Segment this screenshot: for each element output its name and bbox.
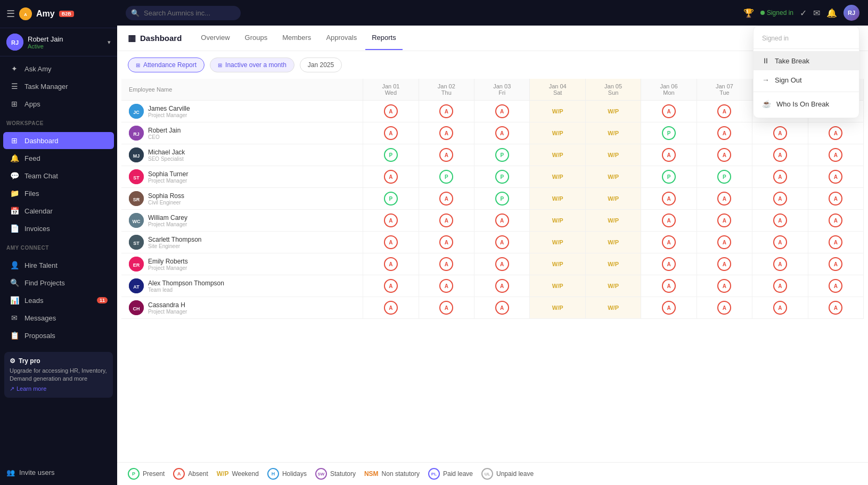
tab-members[interactable]: Members xyxy=(276,26,317,50)
search-wrapper: 🔍 xyxy=(126,6,737,20)
day-cell: A xyxy=(474,253,530,275)
hamburger-icon[interactable]: ☰ xyxy=(6,8,15,20)
sidebar-item-leads[interactable]: 📊 Leads 11 xyxy=(3,292,114,309)
day-cell: A xyxy=(474,275,530,297)
sidebar-invite[interactable]: 👥 Invite users xyxy=(0,464,117,481)
svg-text:RJ: RJ xyxy=(133,131,140,137)
employee-name-cell: SR Sophia Ross Civil Engineer xyxy=(121,188,363,210)
avatar: CH xyxy=(129,300,144,315)
status-absent: A xyxy=(773,279,787,293)
attendance-report-button[interactable]: ⊞ Attendance Report xyxy=(128,57,204,72)
status-absent: A xyxy=(384,279,398,293)
sidebar-item-feed[interactable]: 🔔 Feed xyxy=(3,150,114,167)
legend-wp-text: W/P xyxy=(217,470,229,478)
learn-more-link[interactable]: ↗ Learn more xyxy=(10,385,108,392)
workspace-section: ⊞ Dashboard 🔔 Feed 💬 Team Chat 📁 Files 📅… xyxy=(0,128,117,241)
amy-connect-section: 👤 Hire Talent 🔍 Find Projects 📊 Leads 11… xyxy=(0,253,117,348)
sidebar-item-hire-talent[interactable]: 👤 Hire Talent xyxy=(3,257,114,274)
legend-paid-leave: PL Paid leave xyxy=(428,468,473,480)
dashboard-icon: ▦ xyxy=(128,33,136,43)
svg-text:SR: SR xyxy=(133,197,140,202)
day-cell: A xyxy=(641,210,697,232)
status-absent: A xyxy=(773,126,787,140)
day-cell: A xyxy=(641,232,697,253)
day-cell: W/P xyxy=(530,253,585,275)
mail-icon[interactable]: ✉ xyxy=(813,8,820,18)
day-cell: W/P xyxy=(585,275,641,297)
status-absent: A xyxy=(773,235,787,249)
sidebar-item-find-projects[interactable]: 🔍 Find Projects xyxy=(3,274,114,291)
user-name: Robert Jain xyxy=(28,35,63,43)
status-absent: A xyxy=(717,126,731,140)
status-absent: A xyxy=(829,126,842,140)
files-icon: 📁 xyxy=(10,189,19,198)
col-jan05: Jan 05Sun xyxy=(585,79,641,101)
search-input[interactable] xyxy=(126,6,241,20)
svg-text:RJ: RJ xyxy=(11,39,19,46)
tab-reports[interactable]: Reports xyxy=(365,26,403,50)
dropdown-who-is-on-break[interactable]: ☕ Who Is On Break xyxy=(754,94,859,113)
day-cell: A xyxy=(808,188,863,210)
sidebar-brand: Amy xyxy=(36,9,55,19)
legend-non-statutory: NSM Non statutory xyxy=(364,470,420,478)
status-weekend: W/P xyxy=(608,152,619,158)
dropdown-header: Signed in xyxy=(754,30,859,46)
tab-overview[interactable]: Overview xyxy=(194,26,236,50)
day-cell: A xyxy=(752,253,808,275)
day-cell: A xyxy=(641,101,697,122)
sidebar-item-task-manager[interactable]: ☰ Task Manager xyxy=(3,78,114,95)
sidebar-item-ask-amy[interactable]: ✦ Ask Amy xyxy=(3,60,114,77)
signed-in-button[interactable]: Signed in xyxy=(760,9,793,17)
day-cell: P xyxy=(474,166,530,188)
employee-name-cell: ST Sophia Turner Project Manager xyxy=(121,166,363,188)
sidebar-item-apps[interactable]: ⊞ Apps xyxy=(3,95,114,112)
emp-role: Team lead xyxy=(148,287,224,293)
quick-actions: ✦ Ask Amy ☰ Task Manager ⊞ Apps xyxy=(0,56,117,116)
dropdown-sign-out[interactable]: → Sign Out xyxy=(754,70,859,89)
day-cell: A xyxy=(752,122,808,144)
tab-groups[interactable]: Groups xyxy=(239,26,274,50)
inactive-filter-button[interactable]: ⊞ Inactive over a month xyxy=(210,57,294,72)
day-cell: P xyxy=(363,144,419,166)
sidebar-item-proposals[interactable]: 📋 Proposals xyxy=(3,327,114,344)
dropdown-divider-2 xyxy=(754,92,859,92)
check-icon[interactable]: ✓ xyxy=(800,8,807,18)
avatar: ST xyxy=(129,235,144,250)
status-absent: A xyxy=(717,257,731,271)
notification-icon[interactable]: 🔔 xyxy=(826,8,837,18)
legend-unpaid-leave: UL Unpaid leave xyxy=(481,468,534,480)
trophy-icon[interactable]: 🏆 xyxy=(743,8,754,18)
avatar: MJ xyxy=(129,147,144,162)
status-absent: A xyxy=(495,104,509,118)
status-absent: A xyxy=(384,126,398,140)
day-cell: W/P xyxy=(585,210,641,232)
month-selector[interactable]: Jan 2025 xyxy=(300,57,342,72)
sidebar-item-dashboard[interactable]: ⊞ Dashboard xyxy=(3,132,114,149)
employee-name-cell: ST Scarlett Thompson Site Engineer xyxy=(121,232,363,253)
sidebar-item-messages[interactable]: ✉ Messages xyxy=(3,309,114,326)
sidebar-item-invoices[interactable]: 📄 Invoices xyxy=(3,220,114,237)
day-cell: W/P xyxy=(585,188,641,210)
svg-text:ST: ST xyxy=(133,175,140,180)
emp-name: Sophia Turner xyxy=(148,170,188,178)
status-absent: A xyxy=(662,279,676,293)
status-weekend: W/P xyxy=(552,130,563,136)
invoices-icon: 📄 xyxy=(10,224,19,233)
status-absent: A xyxy=(439,104,453,118)
dropdown-take-break[interactable]: ⏸ Take Break xyxy=(754,51,859,70)
status-absent: A xyxy=(662,213,676,227)
table-row: MJ Michael Jack SEO Specialist PAPW/PW/P… xyxy=(121,144,864,166)
day-cell: A xyxy=(641,188,697,210)
topbar-avatar[interactable]: RJ xyxy=(844,5,859,21)
sidebar-item-team-chat[interactable]: 💬 Team Chat xyxy=(3,167,114,184)
day-cell: A xyxy=(363,101,419,122)
status-present: P xyxy=(662,170,676,184)
col-employee-name: Employee Name xyxy=(121,79,363,101)
tab-approvals[interactable]: Approvals xyxy=(320,26,363,50)
sidebar-item-files[interactable]: 📁 Files xyxy=(3,185,114,202)
svg-text:ER: ER xyxy=(133,262,140,268)
sidebar-user[interactable]: RJ Robert Jain Active ▾ xyxy=(0,28,117,56)
day-cell: A xyxy=(641,144,697,166)
emp-role: Project Manager xyxy=(148,178,188,184)
sidebar-item-calendar[interactable]: 📅 Calendar xyxy=(3,202,114,219)
